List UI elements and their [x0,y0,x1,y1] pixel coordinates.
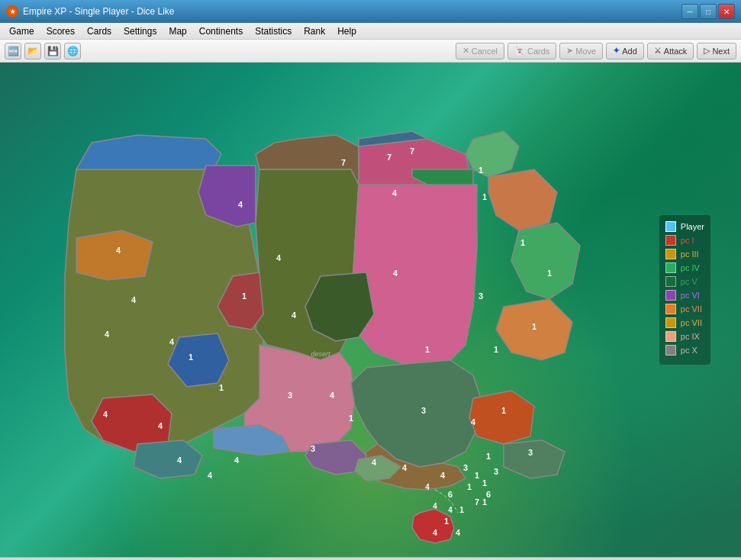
vic-east: 4 [440,471,446,480]
restore-button[interactable]: □ [700,4,717,19]
pc1-label: pc I [681,236,694,245]
nsw-s2: 1 [482,478,487,488]
new-button[interactable]: 🆕 [5,43,21,60]
gulf-region[interactable] [412,169,477,185]
sa-label: 3 [288,391,292,400]
menu-settings[interactable]: Settings [118,24,163,38]
e-qld-label: 1 [547,269,552,278]
menu-statistics[interactable]: Statistics [249,24,298,38]
pc4-color [665,262,676,273]
australia-map-svg: 4 4 4 4 4 4 7 7 7 3 3 3 3 4 4 4 4 1 1 1 … [61,124,656,557]
vic-east2: 3 [463,463,468,472]
coast-south: 1 [486,452,491,461]
coast-south2: 3 [528,448,533,457]
pc5-label: pc V [681,277,698,286]
tasmania-label: 4 [433,528,438,537]
sa-label2: 3 [311,444,315,453]
save-button[interactable]: 💾 [44,43,61,60]
east-qld[interactable] [511,223,580,299]
sw-coast[interactable] [134,440,202,478]
help-icon-button[interactable]: 🌐 [64,43,81,60]
region-r1: 1 [219,383,224,392]
legend-item-pc4: pc IV [665,262,704,273]
coastal-se[interactable] [504,440,565,478]
pc7b-color [665,317,676,328]
player-label: Player [681,222,704,231]
sw-label: 4 [158,421,163,430]
cape-label: 1 [478,166,483,175]
pc3-color [665,249,676,259]
legend-item-pc7b: pc VII [665,317,704,328]
sw-wa-label: 4 [103,410,108,419]
act: 1 [482,497,487,507]
legend-item-pc10: pc X [665,345,704,356]
cards-button[interactable]: 🃏 Cards [507,43,556,60]
attack-button[interactable]: ⚔ Attack [647,43,694,60]
qld-label: 4 [393,269,398,278]
minimize-button[interactable]: ─ [681,4,698,19]
next-button[interactable]: ▷ Next [697,43,736,60]
open-button[interactable]: 📂 [24,43,41,60]
vic-west: 4 [372,458,377,467]
menu-continents[interactable]: Continents [193,24,249,38]
pc10-color [665,345,676,356]
gippsland: 7 [475,497,479,507]
tas-path [435,490,458,513]
close-button[interactable]: ✕ [718,4,735,19]
nsw-s3: 1 [475,471,479,480]
menu-rank[interactable]: Rank [298,24,331,38]
menu-scores[interactable]: Scores [40,24,81,38]
sa-mid: 4 [330,391,335,400]
cancel-icon: ✕ [462,46,469,56]
nsw-top: 1 [425,345,430,354]
cancel-button[interactable]: ✕ Cancel [456,43,504,60]
queensland[interactable] [351,185,477,368]
pc7-color [665,304,676,314]
pc1-color [665,235,676,246]
wa-label: 4 [131,295,137,304]
coral-coast[interactable] [488,169,557,230]
se-qld-label: 1 [532,322,536,331]
mid-coast[interactable] [469,391,534,444]
menu-game[interactable]: Game [3,24,40,38]
menu-map[interactable]: Map [163,24,192,38]
legend: Player pc I pc III pc IV pc V pc VI pc V… [659,215,710,365]
mid-coast2: 4 [471,417,476,426]
pc9-color [665,331,676,342]
qld-top-label: 4 [392,188,398,198]
window-title: Empire XP - Single Player - Dice Like [23,6,681,17]
nsw-label: 3 [421,406,426,415]
legend-item-pc6: pc VI [665,290,704,301]
legend-item-pc7: pc VII [665,304,704,314]
pc6-label: pc VI [681,291,700,300]
window-controls: ─ □ ✕ [681,4,735,19]
toolbar: 🆕 📂 💾 🌐 ✕ Cancel 🃏 Cards ➤ Move ✦ Add ⚔ … [0,40,741,63]
tas-num3: 4 [448,506,453,514]
nw-coast[interactable] [76,135,221,169]
move-button[interactable]: ➤ Move [559,43,603,60]
legend-item-pc3: pc III [665,249,704,259]
legend-item-pc9: pc IX [665,331,704,342]
pilbara[interactable] [76,230,153,280]
region-r2: 4 [234,455,240,465]
nt-label: 4 [276,253,282,262]
wa-north: 4 [105,330,110,339]
pc10-label: pc X [681,346,698,355]
nsw-s: 1 [467,482,472,491]
map-area: 4 4 4 4 4 4 7 7 7 3 3 3 3 4 4 4 4 1 1 1 … [0,63,741,557]
cape-york[interactable] [466,131,519,177]
desert-label: desert [311,350,330,358]
attack-icon: ⚔ [654,46,662,56]
move-icon: ➤ [566,46,573,56]
legend-item-pc5: pc V [665,276,704,287]
nt-far-west-num: 1 [188,352,193,362]
menu-cards[interactable]: Cards [81,24,118,38]
tas-num4: 4 [425,483,430,491]
sw-coast-label: 4 [177,455,182,465]
mid-qld: 3 [478,291,483,301]
add-button[interactable]: ✦ Add [606,43,644,60]
menu-help[interactable]: Help [331,24,362,38]
pc3-label: pc III [681,249,699,259]
vic-s: 1 [459,505,464,514]
mid-wa: 1 [242,291,246,301]
